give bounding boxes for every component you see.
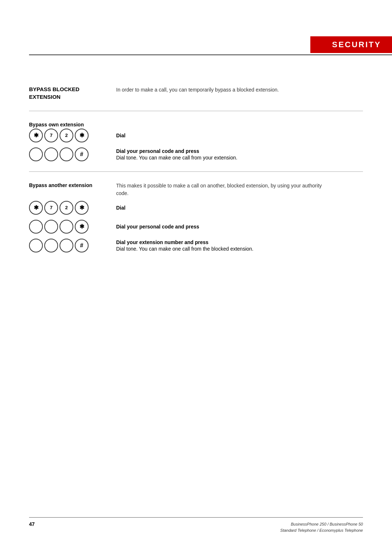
divider-1 (29, 111, 363, 111)
section-header: BYPASS BLOCKED EXTENSION In order to mak… (29, 85, 363, 101)
dial-symbols-own-2: # (29, 147, 102, 161)
section-title: BYPASS BLOCKED EXTENSION (29, 85, 102, 101)
btn-empty-8 (44, 239, 58, 252)
btn-2-1: 2 (60, 129, 73, 142)
divider-2 (29, 171, 363, 172)
section-description: In order to make a call, you can tempora… (116, 85, 327, 94)
subsection-own-label: Bypass own extension (29, 121, 102, 129)
btn-star-3: ✱ (29, 201, 43, 215)
btn-empty-1 (29, 147, 43, 161)
btn-star-2: ✱ (75, 129, 89, 142)
subsection-another-description: This makes it possible to make a call on… (116, 182, 363, 197)
btn-hash-1: # (75, 147, 89, 161)
page-number: 47 (29, 521, 35, 527)
header-title: SECURITY (332, 40, 381, 49)
btn-star-1: ✱ (29, 129, 43, 142)
dial-instruction-own-2: Dial your personal code and press Dial t… (116, 148, 363, 161)
btn-empty-6 (60, 220, 73, 234)
btn-empty-9 (60, 239, 73, 252)
dial-instruction-another-1: Dial (116, 205, 363, 211)
dial-instruction-another-3: Dial your extension number and press Dia… (116, 239, 363, 252)
subsection-another-label: Bypass another extension (29, 182, 102, 189)
btn-empty-2 (44, 147, 58, 161)
header-bar: SECURITY (310, 36, 392, 53)
btn-empty-3 (60, 147, 73, 161)
btn-7-2: 7 (44, 201, 58, 215)
dial-row-own-2: # Dial your personal code and press Dial… (29, 147, 363, 161)
subsection-bypass-own: Bypass own extension (29, 121, 363, 129)
header-underline (29, 54, 392, 55)
page: SECURITY BYPASS BLOCKED EXTENSION In ord… (0, 0, 392, 555)
dial-row-another-2: ✱ Dial your personal code and press (29, 220, 363, 234)
dial-symbols-another-3: # (29, 239, 102, 252)
btn-7-1: 7 (44, 129, 58, 142)
page-footer: 47 BusinessPhone 250 / BusinessPhone 50 … (29, 517, 363, 533)
dial-symbols-own-1: ✱ 7 2 ✱ (29, 129, 102, 142)
dial-row-own-1: ✱ 7 2 ✱ Dial (29, 129, 363, 142)
btn-hash-2: # (75, 239, 89, 252)
dial-row-another-1: ✱ 7 2 ✱ Dial (29, 201, 363, 215)
footer-text: BusinessPhone 250 / BusinessPhone 50 Sta… (280, 521, 363, 533)
dial-symbols-another-1: ✱ 7 2 ✱ (29, 201, 102, 215)
btn-star-4: ✱ (75, 201, 89, 215)
subsection-bypass-another: Bypass another extension This makes it p… (29, 182, 363, 197)
btn-2-2: 2 (60, 201, 73, 215)
dial-row-another-3: # Dial your extension number and press D… (29, 239, 363, 252)
dial-instruction-own-1: Dial (116, 133, 363, 138)
main-content: BYPASS BLOCKED EXTENSION In order to mak… (29, 85, 363, 252)
btn-empty-4 (29, 220, 43, 234)
btn-empty-7 (29, 239, 43, 252)
dial-instruction-another-2: Dial your personal code and press (116, 224, 363, 230)
dial-symbols-another-2: ✱ (29, 220, 102, 234)
btn-empty-5 (44, 220, 58, 234)
btn-star-5: ✱ (75, 220, 89, 234)
